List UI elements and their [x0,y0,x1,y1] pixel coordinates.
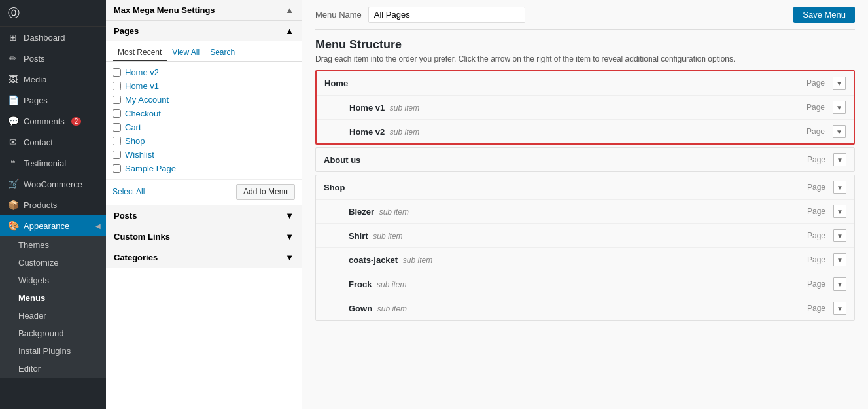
mega-menu-header[interactable]: Max Mega Menu Settings ▲ [106,0,302,21]
menu-subitem-shirt-subtext: sub item [373,232,402,241]
sidebar-label-pages: Pages [24,96,48,105]
menu-subitem-frock[interactable]: Frock sub item Page ▼ [316,272,854,296]
custom-links-header[interactable]: Custom Links ▼ [106,226,302,247]
page-label-wishlist[interactable]: Wishlist [125,150,154,160]
sidebar-label-testimonial: Testimonial [24,158,66,168]
menu-subitem-shirt-type: Page [807,231,825,240]
menu-subitem-frock-arrow[interactable]: ▼ [833,277,846,291]
menu-subitem-blezer[interactable]: Blezer sub item Page ▼ [316,199,854,223]
save-menu-button[interactable]: Save Menu [793,7,855,23]
menu-subitem-shirt[interactable]: Shirt sub item Page ▼ [316,223,854,247]
page-checkbox-home-v2[interactable] [113,68,121,77]
posts-header[interactable]: Posts ▼ [106,205,302,226]
sidebar-subitem-install-plugins[interactable]: Install Plugins [0,342,106,360]
contact-icon: ✉ [8,137,18,147]
mega-menu-toggle-icon[interactable]: ▲ [285,5,294,15]
page-checkbox-shop[interactable] [113,137,121,145]
menu-item-home-arrow[interactable]: ▼ [833,77,846,90]
page-label-home-v1[interactable]: Home v1 [125,81,159,91]
pages-header[interactable]: Pages ▲ [106,21,302,41]
menu-item-shop-row[interactable]: Shop Page ▼ [316,175,854,199]
sidebar-subitem-themes[interactable]: Themes [0,236,106,254]
menu-structure-hint: Drag each item into the order you prefer… [315,54,855,63]
page-item-checkout[interactable]: Checkout [113,107,295,120]
page-checkbox-my-account[interactable] [113,96,121,104]
menu-subitem-frock-subtext: sub item [377,280,406,289]
sidebar-item-pages[interactable]: 📄 Pages [0,90,106,111]
add-to-menu-button[interactable]: Add to Menu [236,184,295,200]
menu-subitem-coats-jacket-subtext: sub item [403,256,432,265]
right-panel: Menu Name Save Menu Menu Structure Drag … [302,0,868,409]
menu-item-about-us-row[interactable]: About us Page ▼ [316,148,854,171]
menu-subitem-blezer-arrow[interactable]: ▼ [833,205,846,218]
categories-header[interactable]: Categories ▼ [106,247,302,268]
sidebar-item-testimonial[interactable]: ❝ Testimonial [0,152,106,173]
page-checkbox-cart[interactable] [113,123,121,132]
posts-toggle-icon: ▼ [285,211,294,221]
menu-subitem-home-v2-subtext: sub item [390,128,419,137]
select-all-link[interactable]: Select All [113,187,145,196]
menu-subitem-gown[interactable]: Gown sub item Page ▼ [316,296,854,320]
page-checkbox-home-v1[interactable] [113,82,121,90]
page-item-wishlist[interactable]: Wishlist [113,148,295,162]
page-label-shop[interactable]: Shop [125,136,145,146]
menu-subitem-home-v2[interactable]: Home v2 sub item Page ▼ [317,119,854,143]
pages-list: Home v2 Home v1 My Account Checkout [106,62,302,179]
menu-item-shop-type: Page [807,183,825,192]
tab-search[interactable]: Search [205,45,240,61]
sidebar-subitem-header[interactable]: Header [0,307,106,325]
sidebar-subitem-editor[interactable]: Editor [0,360,106,378]
page-item-my-account[interactable]: My Account [113,93,295,107]
menu-subitem-home-v2-type: Page [807,127,825,136]
dashboard-icon: ⊞ [8,32,18,43]
sidebar-item-posts[interactable]: ✏ Posts [0,48,106,69]
page-checkbox-sample-page[interactable] [113,164,121,173]
page-item-home-v1[interactable]: Home v1 [113,79,295,93]
menu-name-input[interactable] [368,7,525,23]
page-label-sample-page[interactable]: Sample Page [125,164,176,173]
sidebar-item-woocommerce[interactable]: 🛒 WooCommerce [0,173,106,194]
page-item-home-v2[interactable]: Home v2 [113,65,295,79]
testimonial-icon: ❝ [8,158,18,168]
page-label-cart[interactable]: Cart [125,122,141,132]
menu-subitem-coats-jacket-arrow[interactable]: ▼ [833,253,846,266]
sidebar-subitem-background[interactable]: Background [0,325,106,342]
page-item-shop[interactable]: Shop [113,134,295,148]
menu-subitem-gown-subtext: sub item [377,304,407,313]
sidebar-item-dashboard[interactable]: ⊞ Dashboard [0,27,106,48]
sidebar-label-media: Media [24,75,46,84]
sidebar-subitem-menus[interactable]: Menus [0,289,106,307]
menu-subitem-home-v2-arrow[interactable]: ▼ [833,125,846,138]
menu-item-about-us-type: Page [807,155,825,164]
menu-subitem-coats-jacket-type: Page [807,255,825,264]
page-item-cart[interactable]: Cart [113,120,295,134]
sidebar-item-appearance[interactable]: 🎨 Appearance ◀ [0,215,106,236]
sidebar-item-products[interactable]: 📦 Products [0,194,106,215]
menu-subitem-home-v1-arrow[interactable]: ▼ [833,101,846,114]
menu-subitem-gown-title: Gown [349,304,372,313]
sidebar-item-media[interactable]: 🖼 Media [0,69,106,90]
page-label-home-v2[interactable]: Home v2 [125,67,159,77]
page-label-my-account[interactable]: My Account [125,95,169,105]
sidebar-subitem-customize[interactable]: Customize [0,254,106,272]
sidebar-item-contact[interactable]: ✉ Contact [0,132,106,152]
menu-item-home-row[interactable]: Home Page ▼ [317,71,854,95]
menu-item-shop-arrow[interactable]: ▼ [833,181,846,194]
menu-item-about-us-arrow[interactable]: ▼ [833,153,846,166]
sidebar-item-comments[interactable]: 💬 Comments 2 [0,111,106,132]
menu-subitem-coats-jacket[interactable]: coats-jacket sub item Page ▼ [316,247,854,272]
page-checkbox-wishlist[interactable] [113,151,121,159]
page-checkbox-checkout[interactable] [113,109,121,118]
menu-subitem-frock-type: Page [807,279,825,289]
menu-subitem-home-v1-subtext: sub item [390,103,419,113]
sidebar-subitem-widgets[interactable]: Widgets [0,272,106,289]
mega-menu-title: Max Mega Menu Settings [114,5,215,15]
menu-subitem-home-v1[interactable]: Home v1 sub item Page ▼ [317,95,854,119]
menu-subitem-gown-arrow[interactable]: ▼ [833,302,846,315]
menu-subitem-shirt-arrow[interactable]: ▼ [833,229,846,242]
page-item-sample-page[interactable]: Sample Page [113,162,295,175]
custom-links-section: Custom Links ▼ [106,226,302,247]
tab-view-all[interactable]: View All [167,45,205,61]
tab-most-recent[interactable]: Most Recent [113,45,167,61]
page-label-checkout[interactable]: Checkout [125,109,161,118]
